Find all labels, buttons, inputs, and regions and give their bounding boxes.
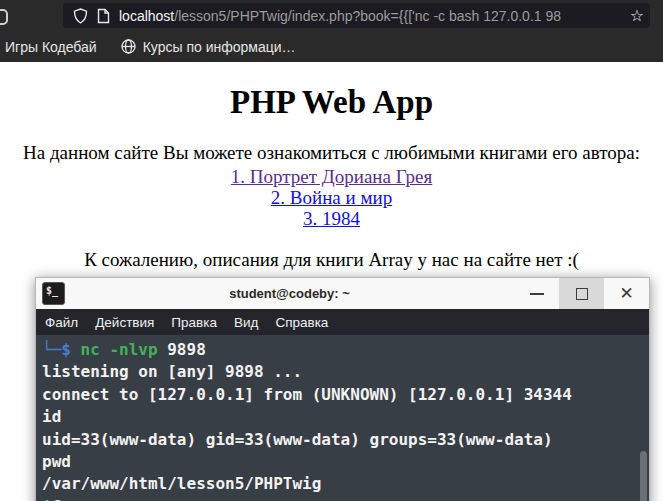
command-args: 9898: [158, 340, 206, 359]
intro-text: На данном сайте Вы можете ознакомиться с…: [0, 142, 663, 164]
bookmark-igry-kodebay[interactable]: Игры Кодебай: [5, 39, 97, 55]
scrollbar-thumb[interactable]: [640, 451, 647, 501]
url-path: /lesson5/PHPTwig/index.php?book={{['nc -…: [174, 8, 561, 24]
menu-file[interactable]: Файл: [45, 315, 78, 330]
url-bar[interactable]: localhost/lesson5/PHPTwig/index.php?book…: [63, 3, 650, 28]
shield-icon[interactable]: [73, 8, 88, 24]
menu-help[interactable]: Справка: [275, 315, 328, 330]
terminal-app-icon: $_: [42, 282, 65, 305]
book-link-1[interactable]: 1. Портрет Дориана Грея: [0, 166, 663, 187]
terminal-line: /var/www/html/lesson5/PHPTwig: [42, 473, 639, 495]
page-icon[interactable]: [97, 8, 110, 24]
menu-actions[interactable]: Действия: [95, 315, 154, 330]
command-text: nc -nlvp: [81, 340, 158, 359]
url-text[interactable]: localhost/lesson5/PHPTwig/index.php?book…: [119, 8, 622, 24]
terminal-line: ^C: [42, 496, 639, 501]
bookmark-kursy[interactable]: Курсы по информаци…: [121, 39, 296, 55]
terminal-scrollbar[interactable]: [639, 335, 648, 501]
book-link-3[interactable]: 3. 1984: [0, 208, 663, 229]
terminal-screen[interactable]: └─$ nc -nlvp 9898 listening on [any] 989…: [36, 335, 649, 501]
minimize-icon[interactable]: [514, 278, 559, 309]
terminal-line: pwd: [42, 451, 639, 473]
terminal-line: id: [42, 406, 639, 428]
browser-toolbar: localhost/lesson5/PHPTwig/index.php?book…: [0, 0, 663, 31]
menu-view[interactable]: Вид: [234, 315, 258, 330]
book-links: 1. Портрет Дориана Грея 2. Война и мир 3…: [0, 166, 663, 229]
terminal-menubar: Файл Действия Правка Вид Справка: [36, 309, 649, 335]
star-icon[interactable]: ☆: [626, 8, 644, 24]
terminal-line: uid=33(www-data) gid=33(www-data) groups…: [42, 429, 639, 451]
globe-icon: [121, 39, 136, 54]
terminal-line: connect to [127.0.0.1] from (UNKNOWN) [1…: [42, 384, 639, 406]
web-page: PHP Web App На данном сайте Вы можете оз…: [0, 62, 663, 271]
menu-edit[interactable]: Правка: [171, 315, 217, 330]
window-buttons: ✕: [514, 278, 649, 309]
url-host: localhost: [119, 8, 174, 24]
bookmark-label: Игры Кодебай: [5, 39, 97, 55]
bookmark-label: Курсы по информаци…: [143, 39, 296, 55]
terminal-line: └─$ nc -nlvp 9898: [42, 339, 639, 361]
terminal-titlebar[interactable]: $_ student@codeby: ~ ✕: [36, 278, 649, 309]
terminal-window: $_ student@codeby: ~ ✕ Файл Действия Пра…: [35, 277, 650, 501]
browser-chrome: localhost/lesson5/PHPTwig/index.php?book…: [0, 0, 663, 62]
terminal-line: listening on [any] 9898 ...: [42, 361, 639, 383]
close-icon[interactable]: ✕: [604, 278, 649, 309]
book-link-2[interactable]: 2. Война и мир: [0, 187, 663, 208]
screen: { "browser": { "toolbar": { "url": { "ho…: [0, 0, 663, 501]
prompt-symbol: └─$: [42, 340, 81, 359]
error-message: К сожалению, описания для книги Array у …: [0, 249, 663, 271]
maximize-icon[interactable]: [559, 278, 604, 309]
page-title: PHP Web App: [0, 62, 663, 121]
terminal-window-title: student@codeby: ~: [65, 286, 514, 301]
bookmarks-bar: Игры Кодебай Курсы по информаци…: [0, 31, 663, 62]
partial-toolbar-icon[interactable]: [0, 9, 8, 25]
